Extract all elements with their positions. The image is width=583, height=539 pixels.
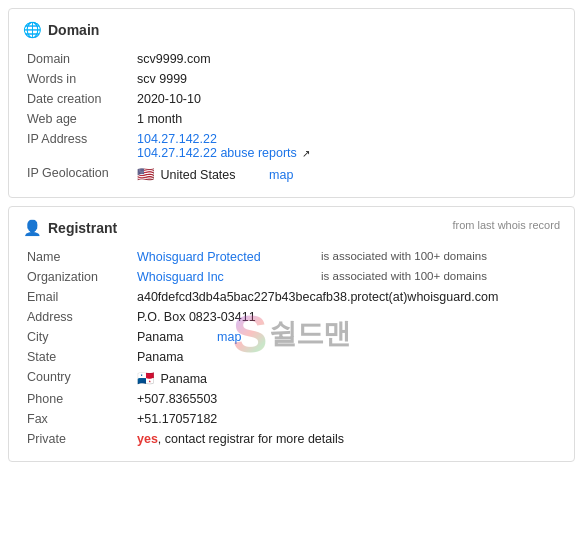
ipgeo-value: 🇺🇸 United States map: [133, 163, 560, 185]
fax-label: Fax: [23, 409, 133, 429]
wordsin-label: Words in: [23, 69, 133, 89]
table-row: Email a40fdefcd3db4a5bac227b43becafb38.p…: [23, 287, 560, 307]
domain-info-table: Domain scv9999.com Words in scv 9999 Dat…: [23, 49, 560, 185]
country-text: Panama: [160, 372, 207, 386]
country-value: 🇵🇦 Panama: [133, 367, 560, 389]
domain-title-label: Domain: [48, 22, 99, 38]
table-row: Words in scv 9999: [23, 69, 560, 89]
datecreation-value: 2020-10-10: [133, 89, 560, 109]
ip-link[interactable]: 104.27.142.22: [137, 132, 217, 146]
webage-value: 1 month: [133, 109, 560, 129]
globe-icon: 🌐: [23, 21, 42, 39]
ipgeo-label: IP Geolocation: [23, 163, 133, 185]
private-rest-text: , contact registrar for more details: [158, 432, 344, 446]
city-text: Panama: [137, 330, 184, 344]
name-label: Name: [23, 247, 133, 267]
datecreation-label: Date creation: [23, 89, 133, 109]
table-row: Country 🇵🇦 Panama: [23, 367, 560, 389]
domain-label: Domain: [23, 49, 133, 69]
city-side: [317, 327, 560, 347]
email-value: a40fdefcd3db4a5bac227b43becafb38.protect…: [133, 287, 560, 307]
person-icon: 👤: [23, 219, 42, 237]
name-side-note: is associated with 100+ domains: [317, 247, 560, 267]
private-label: Private: [23, 429, 133, 449]
registrant-info-table: Name Whoisguard Protected is associated …: [23, 247, 560, 449]
external-icon: ↗: [302, 148, 310, 159]
country-label: Country: [23, 367, 133, 389]
table-row: Date creation 2020-10-10: [23, 89, 560, 109]
us-flag: 🇺🇸: [137, 166, 154, 182]
registrant-title-label: Registrant: [48, 220, 117, 236]
city-value: Panama map: [133, 327, 317, 347]
name-value: Whoisguard Protected: [133, 247, 317, 267]
address-value: P.O. Box 0823-03411: [133, 307, 560, 327]
from-last-label: from last whois record: [452, 219, 560, 231]
panama-flag: 🇵🇦: [137, 370, 154, 386]
city-label: City: [23, 327, 133, 347]
phone-label: Phone: [23, 389, 133, 409]
table-row: Organization Whoisguard Inc is associate…: [23, 267, 560, 287]
ipaddress-value: 104.27.142.22 104.27.142.22 abuse report…: [133, 129, 560, 163]
ipaddress-label: IP Address: [23, 129, 133, 163]
table-row: Address P.O. Box 0823-03411: [23, 307, 560, 327]
org-side-note: is associated with 100+ domains: [317, 267, 560, 287]
name-link[interactable]: Whoisguard Protected: [137, 250, 261, 264]
table-row: Phone +507.8365503: [23, 389, 560, 409]
table-row: City Panama map: [23, 327, 560, 347]
domain-section-title: 🌐 Domain: [23, 21, 560, 39]
table-row: Name Whoisguard Protected is associated …: [23, 247, 560, 267]
domain-section: 🌐 Domain Domain scv9999.com Words in scv…: [8, 8, 575, 198]
webage-label: Web age: [23, 109, 133, 129]
domain-value: scv9999.com: [133, 49, 560, 69]
table-row: Fax +51.17057182: [23, 409, 560, 429]
phone-value: +507.8365503: [133, 389, 560, 409]
org-value: Whoisguard Inc: [133, 267, 317, 287]
table-row: Web age 1 month: [23, 109, 560, 129]
city-map-link[interactable]: map: [217, 330, 241, 344]
org-label: Organization: [23, 267, 133, 287]
fax-value: +51.17057182: [133, 409, 560, 429]
abuse-link[interactable]: 104.27.142.22 abuse reports: [137, 146, 297, 160]
table-row: IP Address 104.27.142.22 104.27.142.22 a…: [23, 129, 560, 163]
map-link[interactable]: map: [269, 168, 293, 182]
state-value: Panama: [133, 347, 560, 367]
email-label: Email: [23, 287, 133, 307]
table-row: IP Geolocation 🇺🇸 United States map: [23, 163, 560, 185]
org-link[interactable]: Whoisguard Inc: [137, 270, 224, 284]
table-row: State Panama: [23, 347, 560, 367]
address-label: Address: [23, 307, 133, 327]
ipgeo-country: United States: [160, 168, 235, 182]
registrant-section: S 쉴드맨 👤 Registrant from last whois recor…: [8, 206, 575, 462]
private-yes-text: yes: [137, 432, 158, 446]
wordsin-value: scv 9999: [133, 69, 560, 89]
state-label: State: [23, 347, 133, 367]
table-row: Domain scv9999.com: [23, 49, 560, 69]
table-row: Private yes, contact registrar for more …: [23, 429, 560, 449]
private-value: yes, contact registrar for more details: [133, 429, 560, 449]
